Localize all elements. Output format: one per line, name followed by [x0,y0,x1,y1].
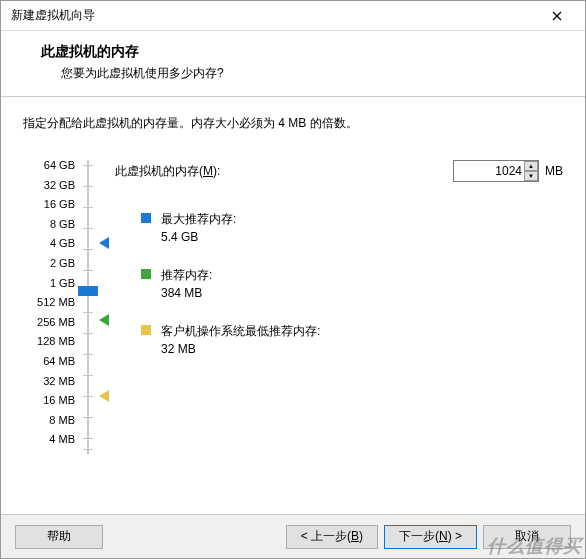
tick-label: 32 MB [23,376,75,396]
close-button[interactable] [537,2,577,30]
max-memory-marker [99,237,109,249]
cancel-button[interactable]: 取消 [483,525,571,549]
slider-tick [83,396,93,397]
tick-label: 4 GB [23,238,75,258]
max-rec-value: 5.4 GB [161,228,236,246]
back-button[interactable]: < 上一步(B) [286,525,378,549]
memory-input-label: 此虚拟机的内存(M): [115,163,220,180]
content-area: 指定分配给此虚拟机的内存量。内存大小必须为 4 MB 的倍数。 64 GB 32… [1,97,585,464]
min-rec-label: 客户机操作系统最低推荐内存: [161,322,320,340]
slider-tick [83,417,93,418]
tick-label: 64 GB [23,160,75,180]
wizard-window: 新建虚拟机向导 此虚拟机的内存 您要为此虚拟机使用多少内存? 指定分配给此虚拟机… [0,0,586,559]
spinner-up[interactable]: ▲ [524,161,538,171]
memory-unit: MB [545,164,563,178]
slider-tick [83,186,93,187]
recommended-recommendation: 推荐内存: 384 MB [141,266,563,302]
tick-label: 512 MB [23,297,75,317]
header-title: 此虚拟机的内存 [41,43,565,61]
slider-tick [83,449,93,450]
tick-label: 4 MB [23,434,75,454]
tick-label: 256 MB [23,317,75,337]
slider-tick-labels: 64 GB 32 GB 16 GB 8 GB 4 GB 2 GB 1 GB 51… [23,160,75,454]
blue-square-icon [141,213,151,223]
tick-label: 8 GB [23,219,75,239]
tick-label: 2 GB [23,258,75,278]
rec-label: 推荐内存: [161,266,212,284]
tick-label: 1 GB [23,278,75,298]
min-recommendation: 客户机操作系统最低推荐内存: 32 MB [141,322,563,358]
info-column: 此虚拟机的内存(M): ▲ ▼ MB [115,160,563,454]
max-rec-label: 最大推荐内存: [161,210,236,228]
tick-label: 32 GB [23,180,75,200]
slider-track-line [87,160,89,454]
memory-input-row: 此虚拟机的内存(M): ▲ ▼ MB [115,160,563,182]
wizard-header: 此虚拟机的内存 您要为此虚拟机使用多少内存? [1,31,585,97]
slider-tick [83,207,93,208]
instruction-text: 指定分配给此虚拟机的内存量。内存大小必须为 4 MB 的倍数。 [23,115,563,132]
help-button[interactable]: 帮助 [15,525,103,549]
memory-spinner: ▲ ▼ [524,161,538,181]
tick-label: 16 MB [23,395,75,415]
slider-tick [83,165,93,166]
slider-column: 64 GB 32 GB 16 GB 8 GB 4 GB 2 GB 1 GB 51… [23,160,95,454]
recommended-memory-marker [99,314,109,326]
min-memory-marker [99,390,109,402]
yellow-square-icon [141,325,151,335]
tick-label: 128 MB [23,336,75,356]
window-title: 新建虚拟机向导 [11,7,95,24]
memory-slider[interactable] [81,160,95,454]
max-recommendation: 最大推荐内存: 5.4 GB [141,210,563,246]
slider-thumb[interactable] [78,286,98,296]
min-rec-value: 32 MB [161,340,320,358]
tick-label: 16 GB [23,199,75,219]
slider-tick [83,228,93,229]
tick-label: 64 MB [23,356,75,376]
slider-tick [83,333,93,334]
slider-tick [83,438,93,439]
memory-config-area: 64 GB 32 GB 16 GB 8 GB 4 GB 2 GB 1 GB 51… [23,160,563,454]
tick-label: 8 MB [23,415,75,435]
rec-value: 384 MB [161,284,212,302]
memory-input-wrap: ▲ ▼ MB [453,160,563,182]
titlebar: 新建虚拟机向导 [1,1,585,31]
header-subtitle: 您要为此虚拟机使用多少内存? [61,65,565,82]
green-square-icon [141,269,151,279]
wizard-footer: 帮助 < 上一步(B) 下一步(N) > 取消 [1,514,585,558]
slider-tick [83,270,93,271]
close-icon [552,11,562,21]
next-button[interactable]: 下一步(N) > [384,525,477,549]
slider-tick [83,375,93,376]
slider-tick [83,354,93,355]
slider-tick [83,249,93,250]
slider-tick [83,312,93,313]
spinner-down[interactable]: ▼ [524,171,538,181]
